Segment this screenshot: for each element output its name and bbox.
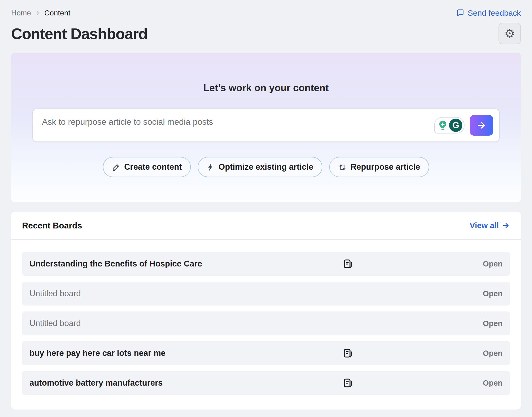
arrow-right-icon bbox=[502, 222, 510, 230]
content-dashboard-page: Home Content Send feedback Content Dashb… bbox=[0, 0, 532, 417]
chat-bubble-icon bbox=[456, 9, 465, 17]
bolt-icon bbox=[207, 163, 214, 171]
arrow-right-icon bbox=[476, 120, 487, 130]
repeat-icon bbox=[338, 163, 347, 171]
breadcrumb-current: Content bbox=[44, 9, 70, 17]
board-title: Untitled board bbox=[29, 319, 341, 328]
hero-card: Let’s work on your content G bbox=[11, 53, 521, 202]
document-icon bbox=[341, 259, 354, 269]
create-content-button[interactable]: Create content bbox=[103, 157, 191, 177]
send-feedback-label: Send feedback bbox=[468, 9, 521, 18]
board-row[interactable]: automotive battery manufacturers Open bbox=[22, 371, 510, 395]
grammarly-logo-icon: G bbox=[449, 119, 462, 132]
open-link[interactable]: Open bbox=[483, 379, 503, 387]
optimize-article-button[interactable]: Optimize existing article bbox=[198, 157, 322, 177]
optimize-article-label: Optimize existing article bbox=[218, 162, 313, 172]
page-title: Content Dashboard bbox=[11, 25, 147, 43]
breadcrumb-home-link[interactable]: Home bbox=[11, 9, 31, 17]
submit-arrow-button[interactable] bbox=[470, 115, 493, 136]
title-row: Content Dashboard ⚙ bbox=[11, 21, 521, 46]
settings-button[interactable]: ⚙ bbox=[499, 23, 521, 44]
breadcrumb: Home Content bbox=[11, 9, 70, 17]
board-title: Understanding the Benefits of Hospice Ca… bbox=[29, 259, 341, 269]
prompt-tools: G bbox=[434, 115, 493, 136]
open-link[interactable]: Open bbox=[483, 319, 503, 328]
open-link[interactable]: Open bbox=[483, 349, 503, 358]
send-feedback-link[interactable]: Send feedback bbox=[456, 9, 521, 18]
board-title: buy here pay here car lots near me bbox=[29, 348, 341, 358]
top-bar: Home Content Send feedback bbox=[11, 8, 521, 18]
pencil-icon bbox=[112, 163, 120, 171]
repurpose-article-label: Repurpose article bbox=[351, 162, 420, 172]
board-row[interactable]: Untitled board Open bbox=[22, 282, 510, 306]
board-title: Untitled board bbox=[29, 289, 341, 298]
gear-icon: ⚙ bbox=[504, 28, 515, 39]
board-row[interactable]: Understanding the Benefits of Hospice Ca… bbox=[22, 252, 510, 276]
recent-boards-card: Recent Boards View all Understanding the… bbox=[11, 212, 521, 410]
open-link[interactable]: Open bbox=[483, 289, 503, 298]
repurpose-article-button[interactable]: Repurpose article bbox=[329, 157, 429, 177]
recent-boards-header: Recent Boards View all bbox=[11, 212, 521, 240]
document-icon bbox=[341, 348, 354, 358]
boards-list: Understanding the Benefits of Hospice Ca… bbox=[11, 240, 521, 410]
quick-actions: Create content Optimize existing article… bbox=[11, 157, 521, 177]
create-content-label: Create content bbox=[124, 162, 182, 172]
prompt-input-container: G bbox=[32, 109, 500, 142]
view-all-label: View all bbox=[470, 221, 499, 230]
open-link[interactable]: Open bbox=[483, 260, 503, 268]
recent-boards-title: Recent Boards bbox=[22, 221, 82, 231]
view-all-link[interactable]: View all bbox=[470, 221, 510, 230]
prompt-input[interactable] bbox=[33, 109, 499, 141]
hero-heading: Let’s work on your content bbox=[11, 53, 521, 94]
board-title: automotive battery manufacturers bbox=[29, 378, 341, 388]
chevron-right-icon bbox=[35, 10, 41, 16]
lightbulb-icon bbox=[437, 120, 448, 131]
document-icon bbox=[341, 378, 354, 388]
board-row[interactable]: Untitled board Open bbox=[22, 311, 510, 335]
grammarly-widget[interactable]: G bbox=[434, 117, 465, 134]
board-row[interactable]: buy here pay here car lots near me Open bbox=[22, 341, 510, 365]
